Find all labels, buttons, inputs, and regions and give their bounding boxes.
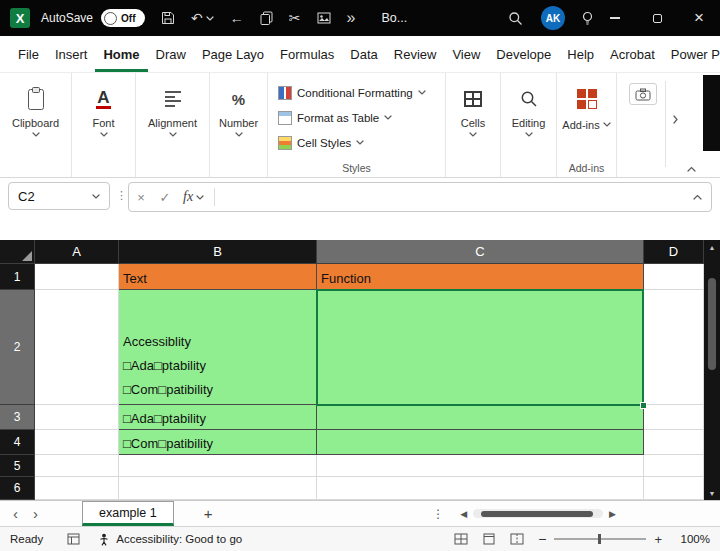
cell-styles-button[interactable]: Cell Styles xyxy=(278,130,364,155)
cell-B2[interactable]: Accessiblity □Ada□ptability □Com□patibil… xyxy=(119,290,317,405)
column-header-a[interactable]: A xyxy=(35,240,119,264)
vertical-scrollbar[interactable]: ▲ ▼ xyxy=(704,240,720,500)
excel-logo-icon[interactable]: X xyxy=(10,8,30,28)
editing-group-button[interactable]: Editing xyxy=(501,73,557,177)
tab-page-layout[interactable]: Page Layo xyxy=(194,36,272,72)
cut-icon[interactable]: ✂ xyxy=(289,10,301,26)
search-icon[interactable] xyxy=(508,11,523,26)
sheet-options-dots-icon[interactable]: ⋮ xyxy=(432,507,444,521)
cells-group-button[interactable]: Cells xyxy=(446,73,501,177)
cancel-icon[interactable]: × xyxy=(129,190,153,205)
normal-view-icon[interactable] xyxy=(454,533,468,545)
clipboard-group-button[interactable]: Clipboard xyxy=(0,73,72,177)
cell-A4[interactable] xyxy=(35,430,119,455)
zoom-in-button[interactable]: + xyxy=(654,532,662,547)
camera-icon[interactable] xyxy=(629,83,657,105)
tab-view[interactable]: View xyxy=(444,36,488,72)
cell-B1[interactable]: Text xyxy=(119,264,317,290)
side-panel-strip[interactable] xyxy=(703,75,720,151)
tab-insert[interactable]: Insert xyxy=(47,36,96,72)
ribbon-overflow-chevron-icon[interactable] xyxy=(673,115,678,124)
tab-formulas[interactable]: Formulas xyxy=(272,36,342,72)
cell-D3[interactable] xyxy=(644,405,704,430)
formula-bar-expand-icon[interactable] xyxy=(693,194,702,200)
document-title[interactable]: Bo... xyxy=(381,11,407,25)
picture-icon[interactable] xyxy=(317,12,331,24)
insert-function-button[interactable]: fx xyxy=(177,189,210,205)
hscroll-right-icon[interactable]: ▶ xyxy=(609,509,616,519)
autosave-toggle[interactable]: Off xyxy=(101,9,145,27)
zoom-level[interactable]: 100% xyxy=(674,533,710,545)
cell-D4[interactable] xyxy=(644,430,704,455)
undo-button[interactable]: ↶ xyxy=(191,10,214,26)
copy-icon[interactable] xyxy=(260,11,273,25)
formula-input[interactable] xyxy=(219,183,693,211)
cell-B6[interactable] xyxy=(119,477,317,500)
add-ins-group-button[interactable]: Add-ins Add-ins xyxy=(557,73,617,177)
tab-home[interactable]: Home xyxy=(95,36,147,72)
cell-A1[interactable] xyxy=(35,264,119,290)
tab-review[interactable]: Review xyxy=(386,36,445,72)
page-layout-view-icon[interactable] xyxy=(482,533,496,545)
row-header-3[interactable]: 3 xyxy=(0,405,35,430)
conditional-formatting-button[interactable]: Conditional Formatting xyxy=(278,80,426,105)
close-button[interactable]: × xyxy=(678,0,720,36)
cell-D2[interactable] xyxy=(644,290,704,405)
cell-B4[interactable]: □Com□patibility xyxy=(119,430,317,455)
scroll-up-icon[interactable]: ▲ xyxy=(709,240,716,254)
back-icon[interactable]: ← xyxy=(230,10,244,26)
hscroll-left-icon[interactable]: ◀ xyxy=(460,509,467,519)
more-commands-icon[interactable]: » xyxy=(347,9,356,27)
cell-A6[interactable] xyxy=(35,477,119,500)
cell-A2[interactable] xyxy=(35,290,119,405)
format-as-table-button[interactable]: Format as Table xyxy=(278,105,392,130)
tab-draw[interactable]: Draw xyxy=(148,36,194,72)
vertical-scrollbar-thumb[interactable] xyxy=(708,278,716,370)
tab-power-pivot[interactable]: Power Piv xyxy=(663,36,720,72)
sheet-tab-example-1[interactable]: example 1 xyxy=(82,501,174,526)
cell-D1[interactable] xyxy=(644,264,704,290)
collapse-ribbon-icon[interactable] xyxy=(687,166,696,172)
cell-C3[interactable] xyxy=(317,405,644,430)
cell-C5[interactable] xyxy=(317,455,644,477)
row-header-2[interactable]: 2 xyxy=(0,290,35,405)
cell-B5[interactable] xyxy=(119,455,317,477)
tab-help[interactable]: Help xyxy=(559,36,602,72)
cell-B3[interactable]: □Ada□ptability xyxy=(119,405,317,430)
select-all-corner[interactable] xyxy=(0,240,35,264)
row-header-6[interactable]: 6 xyxy=(0,477,35,500)
page-break-view-icon[interactable] xyxy=(510,533,524,545)
row-header-5[interactable]: 5 xyxy=(0,455,35,477)
column-header-c[interactable]: C xyxy=(317,240,644,264)
column-header-d[interactable]: D xyxy=(644,240,704,264)
zoom-slider[interactable] xyxy=(554,538,646,540)
sheet-next-icon[interactable]: › xyxy=(33,506,38,521)
cell-A5[interactable] xyxy=(35,455,119,477)
horizontal-scrollbar[interactable] xyxy=(473,509,603,518)
minimize-button[interactable] xyxy=(594,0,636,36)
horizontal-scrollbar-thumb[interactable] xyxy=(481,511,593,517)
macro-record-icon[interactable] xyxy=(67,533,80,545)
font-group-button[interactable]: A Font xyxy=(72,73,136,177)
formula-bar-dots-icon[interactable]: ⋮ xyxy=(116,189,127,202)
tab-developer[interactable]: Develope xyxy=(488,36,559,72)
cell-D6[interactable] xyxy=(644,477,704,500)
row-header-1[interactable]: 1 xyxy=(0,264,35,290)
cell-C1[interactable]: Function xyxy=(317,264,644,290)
scroll-down-icon[interactable]: ▼ xyxy=(709,486,716,500)
tab-file[interactable]: File xyxy=(10,36,47,72)
user-avatar[interactable]: AK xyxy=(541,6,565,30)
number-group-button[interactable]: % Number xyxy=(210,73,268,177)
cell-C6[interactable] xyxy=(317,477,644,500)
name-box[interactable]: C2 xyxy=(8,182,110,210)
enter-check-icon[interactable]: ✓ xyxy=(153,190,177,205)
add-sheet-icon[interactable]: + xyxy=(204,505,213,522)
row-header-4[interactable]: 4 xyxy=(0,430,35,455)
save-icon[interactable] xyxy=(161,11,175,25)
cell-C4[interactable] xyxy=(317,430,644,455)
alignment-group-button[interactable]: Alignment xyxy=(136,73,210,177)
cell-A3[interactable] xyxy=(35,405,119,430)
tab-data[interactable]: Data xyxy=(342,36,385,72)
accessibility-status[interactable]: Accessibility: Good to go xyxy=(116,533,242,545)
fill-handle[interactable] xyxy=(640,402,647,409)
